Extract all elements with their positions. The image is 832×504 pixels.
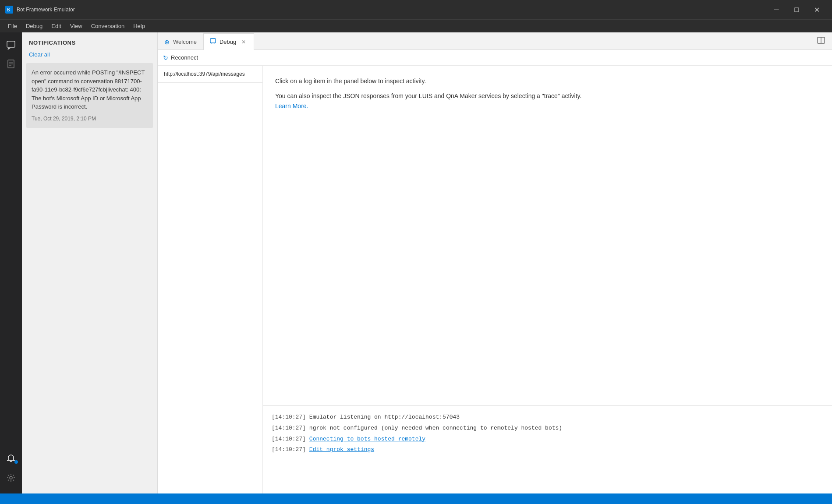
icon-bar-bottom bbox=[0, 450, 22, 493]
url-display: http://localhost:3979/api/messages bbox=[158, 66, 262, 83]
icon-bar bbox=[0, 32, 22, 493]
notifications-header: NOTIFICATIONS bbox=[22, 32, 157, 49]
title-bar-left: B Bot Framework Emulator bbox=[5, 6, 75, 14]
minimize-button[interactable]: ─ bbox=[766, 0, 786, 19]
maximize-button[interactable]: □ bbox=[786, 0, 807, 19]
notification-card: An error occurred while POSTing "/INSPEC… bbox=[26, 63, 153, 128]
reconnect-icon: ↻ bbox=[163, 54, 168, 61]
reconnect-bar: ↻ Reconnect bbox=[158, 50, 832, 66]
tab-debug-label: Debug bbox=[220, 39, 236, 45]
menu-item-edit[interactable]: Edit bbox=[47, 21, 65, 31]
log-time-1: [14:10:27] bbox=[272, 425, 306, 431]
chat-nav-button[interactable] bbox=[2, 36, 20, 53]
tab-welcome[interactable]: ⊕ Welcome bbox=[158, 33, 203, 50]
clear-all-button[interactable]: Clear all bbox=[22, 49, 157, 60]
svg-rect-8 bbox=[210, 39, 216, 43]
status-bar bbox=[0, 493, 832, 504]
log-entry-0: [14:10:27] Emulator listening on http://… bbox=[272, 413, 823, 422]
reconnect-label: Reconnect bbox=[171, 54, 198, 61]
log-time-2: [14:10:27] bbox=[272, 436, 306, 442]
menu-item-help[interactable]: Help bbox=[129, 21, 149, 31]
svg-text:B: B bbox=[7, 7, 10, 12]
svg-point-7 bbox=[10, 476, 12, 479]
tab-welcome-label: Welcome bbox=[173, 39, 197, 45]
inspector-line1: Click on a log item in the panel below t… bbox=[275, 76, 820, 86]
menu-item-view[interactable]: View bbox=[66, 21, 87, 31]
menu-item-debug[interactable]: Debug bbox=[21, 21, 47, 31]
debug-tab-icon bbox=[210, 38, 216, 46]
menu-item-conversation[interactable]: Conversation bbox=[87, 21, 129, 31]
notification-message: An error occurred while POSTing "/INSPEC… bbox=[32, 68, 148, 111]
log-entry-3: [14:10:27] Edit ngrok settings bbox=[272, 445, 823, 455]
title-bar: B Bot Framework Emulator ─ □ ✕ bbox=[0, 0, 832, 19]
content-area: ⊕ Welcome Debug ✕ bbox=[158, 32, 832, 493]
notification-button[interactable] bbox=[2, 450, 20, 467]
log-text-0: Emulator listening on http://localhost:5… bbox=[309, 414, 460, 420]
welcome-tab-icon: ⊕ bbox=[164, 39, 170, 46]
tab-bar: ⊕ Welcome Debug ✕ bbox=[158, 32, 832, 50]
svg-rect-2 bbox=[7, 41, 15, 47]
menu-item-file[interactable]: File bbox=[4, 21, 21, 31]
log-entry-2: [14:10:27] Connecting to bots hosted rem… bbox=[272, 435, 823, 444]
log-text-1: ngrok not configured (only needed when c… bbox=[309, 425, 562, 431]
connecting-remotely-link[interactable]: Connecting to bots hosted remotely bbox=[309, 436, 425, 442]
inspector-line2: You can also inspect the JSON responses … bbox=[275, 91, 820, 111]
app-icon: B bbox=[5, 6, 13, 14]
learn-more-link[interactable]: Learn More. bbox=[275, 102, 308, 109]
layout-toggle-button[interactable] bbox=[815, 35, 827, 47]
log-panel: [14:10:27] Emulator listening on http://… bbox=[263, 406, 832, 493]
right-pane: Click on a log item in the panel below t… bbox=[263, 66, 832, 493]
log-entry-1: [14:10:27] ngrok not configured (only ne… bbox=[272, 424, 823, 433]
log-time-3: [14:10:27] bbox=[272, 446, 306, 453]
edit-ngrok-link[interactable]: Edit ngrok settings bbox=[309, 446, 374, 453]
tab-debug[interactable]: Debug ✕ bbox=[203, 33, 254, 50]
left-pane: http://localhost:3979/api/messages bbox=[158, 66, 263, 493]
app-title: Bot Framework Emulator bbox=[17, 7, 75, 13]
main-layout: NOTIFICATIONS Clear all An error occurre… bbox=[0, 32, 832, 493]
menu-bar: FileDebugEditViewConversationHelp bbox=[0, 19, 832, 32]
reconnect-button[interactable]: ↻ Reconnect bbox=[163, 54, 198, 61]
notification-timestamp: Tue, Oct 29, 2019, 2:10 PM bbox=[32, 115, 148, 123]
document-nav-button[interactable] bbox=[2, 55, 20, 73]
title-bar-controls: ─ □ ✕ bbox=[766, 0, 827, 19]
notification-dot bbox=[14, 460, 18, 464]
close-button[interactable]: ✕ bbox=[807, 0, 827, 19]
inspector-panel: Click on a log item in the panel below t… bbox=[263, 66, 832, 406]
notifications-panel: NOTIFICATIONS Clear all An error occurre… bbox=[22, 32, 158, 493]
tab-debug-close[interactable]: ✕ bbox=[240, 38, 248, 46]
log-time-0: [14:10:27] bbox=[272, 414, 306, 420]
settings-button[interactable] bbox=[2, 469, 20, 486]
split-pane: http://localhost:3979/api/messages Click… bbox=[158, 66, 832, 493]
